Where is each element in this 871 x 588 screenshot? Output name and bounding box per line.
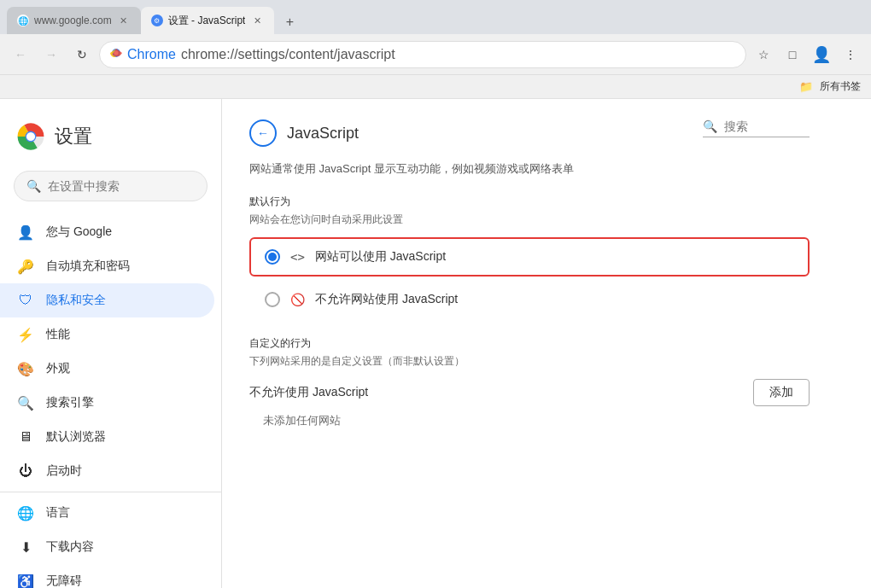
header-search-area[interactable]: 🔍 — [703, 119, 810, 137]
description-text: 网站通常使用 JavaScript 显示互动功能，例如视频游戏或网络表单 — [249, 160, 810, 178]
key-icon: 🔑 — [17, 258, 34, 275]
back-button[interactable]: ← — [249, 119, 277, 147]
shield-icon: 🛡 — [17, 292, 34, 309]
bookmarks-bar: 📁 所有书签 — [0, 75, 871, 99]
sidebar-item-accessibility[interactable]: ♿ 无障碍 — [0, 564, 214, 588]
tab-settings-title: 设置 - JavaScript — [168, 14, 246, 28]
page-title: JavaScript — [287, 125, 359, 143]
back-arrow-icon: ← — [257, 126, 269, 140]
sidebar-item-language[interactable]: 🌐 语言 — [0, 496, 214, 530]
browser-window: 🌐 www.google.com ✕ ⚙ 设置 - JavaScript ✕ +… — [0, 0, 871, 588]
sidebar-item-performance[interactable]: ⚡ 性能 — [0, 317, 214, 352]
sidebar-item-accessibility-label: 无障碍 — [46, 573, 82, 588]
forward-button[interactable]: → — [38, 41, 65, 68]
sidebar-item-privacy[interactable]: 🛡 隐私和安全 — [0, 283, 214, 317]
all-bookmarks-link[interactable]: 所有书签 — [820, 79, 861, 94]
custom-behavior-label: 自定义的行为 — [249, 336, 810, 351]
sidebar-item-default-browser-label: 默认浏览器 — [46, 429, 106, 445]
sidebar-item-autofill-label: 自动填充和密码 — [46, 259, 130, 274]
browser-icon: 🖥 — [17, 428, 34, 445]
radio-allow-js — [265, 249, 280, 265]
sidebar-item-downloads-label: 下载内容 — [46, 539, 94, 555]
toolbar-right: ☆ □ 👤 ⋮ — [750, 41, 864, 68]
sidebar-item-google-label: 您与 Google — [46, 224, 112, 240]
content-inner: ← JavaScript 🔍 网站通常使用 JavaScript 显示互动功能，… — [222, 99, 837, 449]
tab-settings[interactable]: ⚙ 设置 - JavaScript ✕ — [141, 7, 275, 34]
add-button[interactable]: 添加 — [753, 379, 810, 406]
extensions-button[interactable]: □ — [779, 41, 806, 68]
not-allowed-row: 不允许使用 JavaScript 添加 — [249, 379, 810, 406]
address-chrome-label: Chrome — [127, 47, 176, 62]
settings-title: 设置 — [55, 124, 92, 149]
sidebar-item-performance-label: 性能 — [46, 327, 70, 342]
settings-header: 设置 — [0, 109, 221, 164]
address-path: chrome://settings/content/javascript — [181, 47, 395, 62]
toolbar: ← → ↻ Chrome chrome://settings/content/j… — [0, 34, 871, 75]
sidebar-item-google[interactable]: 👤 您与 Google — [0, 215, 214, 249]
default-behavior-sublabel: 网站会在您访问时自动采用此设置 — [249, 212, 810, 227]
new-tab-button[interactable]: + — [278, 10, 301, 34]
page-header: ← JavaScript 🔍 — [249, 119, 810, 147]
all-bookmarks-icon: 📁 — [799, 80, 813, 93]
sidebar-search-icon: 🔍 — [26, 179, 41, 193]
block-icon: 🚫 — [290, 293, 305, 306]
sidebar-item-downloads[interactable]: ⬇ 下载内容 — [0, 530, 214, 564]
tab-google[interactable]: 🌐 www.google.com ✕ — [7, 7, 141, 34]
default-behavior-label: 默认行为 — [249, 195, 810, 209]
sidebar-item-startup-label: 启动时 — [46, 463, 82, 479]
sidebar-item-search-label: 搜索引擎 — [46, 395, 94, 410]
tab-settings-close[interactable]: ✕ — [250, 14, 264, 27]
bookmark-button[interactable]: ☆ — [750, 41, 777, 68]
profile-button[interactable]: 👤 — [808, 41, 835, 68]
settings-layout: 设置 🔍 👤 您与 Google 🔑 自动填充和密码 🛡 隐私和安全 ⚡ — [0, 99, 871, 588]
radio-block-js — [265, 292, 280, 307]
no-sites-label: 未添加任何网站 — [249, 413, 810, 428]
search-icon: 🔍 — [17, 394, 34, 411]
option-block-js[interactable]: 🚫 不允许网站使用 JavaScript — [249, 280, 810, 319]
person-icon: 👤 — [17, 224, 34, 241]
option-allow-js[interactable]: <> 网站可以使用 JavaScript — [249, 237, 810, 277]
menu-button[interactable]: ⋮ — [837, 41, 864, 68]
sidebar-item-startup[interactable]: ⏻ 启动时 — [0, 454, 214, 488]
sidebar-item-language-label: 语言 — [46, 505, 70, 521]
sidebar-item-search[interactable]: 🔍 搜索引擎 — [0, 386, 214, 420]
sidebar-item-default-browser[interactable]: 🖥 默认浏览器 — [0, 420, 214, 454]
option-block-js-label: 不允许网站使用 JavaScript — [315, 292, 458, 307]
sidebar-item-appearance-label: 外观 — [46, 361, 70, 376]
globe-icon: 🌐 — [17, 504, 34, 521]
tab-settings-favicon: ⚙ — [151, 15, 163, 26]
sidebar-item-appearance[interactable]: 🎨 外观 — [0, 352, 214, 386]
power-icon: ⏻ — [17, 463, 34, 480]
sidebar-search-bar[interactable]: 🔍 — [14, 171, 208, 201]
chrome-logo-small — [110, 47, 122, 61]
title-bar: 🌐 www.google.com ✕ ⚙ 设置 - JavaScript ✕ + — [0, 0, 871, 34]
header-search-icon: 🔍 — [703, 119, 717, 133]
address-bar[interactable]: Chrome chrome://settings/content/javascr… — [99, 41, 746, 68]
download-icon: ⬇ — [17, 539, 34, 556]
back-button[interactable]: ← — [7, 41, 34, 68]
gauge-icon: ⚡ — [17, 326, 34, 343]
refresh-button[interactable]: ↻ — [68, 41, 96, 68]
sidebar-item-autofill[interactable]: 🔑 自动填充和密码 — [0, 249, 214, 283]
custom-behavior-section: 自定义的行为 下列网站采用的是自定义设置（而非默认设置） 不允许使用 JavaS… — [249, 336, 810, 428]
accessibility-icon: ♿ — [17, 573, 34, 588]
tab-google-title: www.google.com — [34, 15, 112, 26]
custom-behavior-sublabel: 下列网站采用的是自定义设置（而非默认设置） — [249, 354, 810, 369]
tab-google-close[interactable]: ✕ — [117, 14, 131, 27]
sidebar-divider — [0, 492, 221, 492]
option-allow-js-label: 网站可以使用 JavaScript — [315, 249, 446, 265]
svg-point-4 — [26, 132, 35, 141]
tab-google-favicon: 🌐 — [17, 15, 29, 26]
paint-icon: 🎨 — [17, 360, 34, 377]
header-search-input[interactable] — [724, 119, 810, 133]
not-allowed-label: 不允许使用 JavaScript — [249, 385, 368, 400]
sidebar: 设置 🔍 👤 您与 Google 🔑 自动填充和密码 🛡 隐私和安全 ⚡ — [0, 99, 222, 588]
chrome-logo — [17, 123, 44, 150]
sidebar-item-privacy-label: 隐私和安全 — [46, 293, 106, 308]
main-content: ← JavaScript 🔍 网站通常使用 JavaScript 显示互动功能，… — [222, 99, 871, 588]
sidebar-search-input[interactable] — [48, 179, 197, 193]
code-icon: <> — [290, 250, 305, 264]
